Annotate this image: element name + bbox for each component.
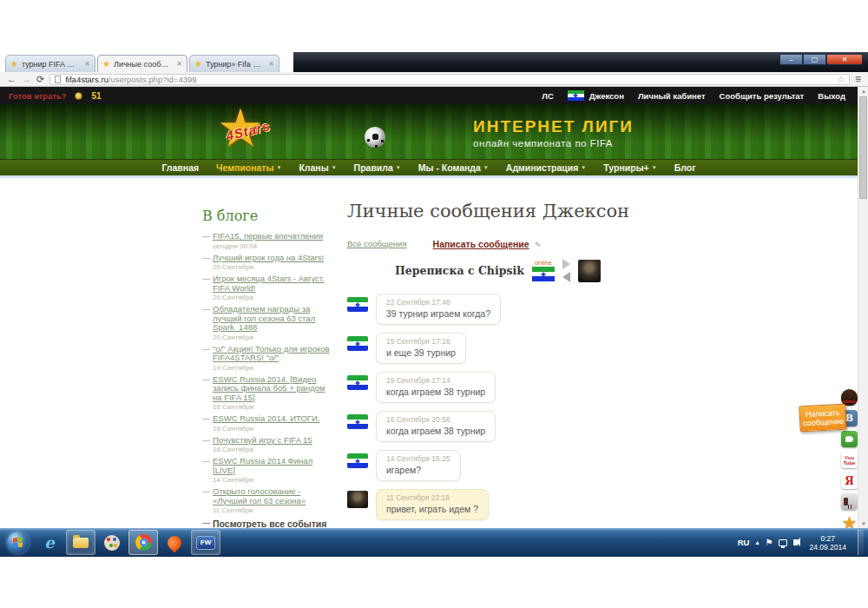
write-message-tooltip[interactable]: Написать сообщение [799, 404, 846, 433]
blog-post-date: 16 Сентября [213, 425, 331, 433]
message-date: 16 Сентября 20:56 [386, 415, 485, 424]
twitter-icon[interactable] [841, 431, 858, 447]
taskbar-ie-icon[interactable]: e [35, 530, 64, 555]
nav-item-label: Турниры+ [603, 162, 648, 173]
blog-post-link[interactable]: Почувствуй игру с FIFA 15 [213, 436, 331, 446]
browser-tab[interactable]: ★ турнир FIFA World Cup-l ✕ [5, 55, 95, 72]
topbar-link-label: Личный кабинет [638, 91, 706, 101]
taskbar-chrome-icon[interactable] [128, 530, 158, 555]
vertical-scrollbar[interactable]: ▲ ▼ [858, 87, 868, 528]
tab-close-icon[interactable]: ✕ [176, 60, 182, 68]
star-bookmark-icon[interactable]: ★ [841, 514, 858, 528]
chevron-down-icon: ▼ [332, 165, 337, 170]
dash-bullet: — [202, 254, 210, 262]
write-message-link[interactable]: Написать сообщение [433, 239, 529, 249]
boot-icon[interactable] [841, 493, 858, 510]
next-arrow-icon[interactable] [562, 259, 570, 269]
nav-item[interactable]: Турниры+ ▼ [603, 162, 656, 173]
blog-post-date: сегодня 00:04 [213, 242, 331, 250]
blog-post-link[interactable]: ESWC Russia 2014. [Видео запись финала б… [213, 375, 331, 403]
view-all-events-link[interactable]: —Посмотреть все события [202, 519, 331, 528]
back-button[interactable]: ← [7, 75, 16, 84]
nav-item-label: Кланы [299, 162, 328, 173]
topbar-link[interactable]: Сообщить результат [720, 91, 805, 101]
taskbar-paint-icon[interactable] [97, 530, 127, 555]
blog-post-link[interactable]: Лучший игрок года на 4Stars! [213, 254, 331, 263]
minimize-button[interactable]: – [779, 54, 803, 65]
message-bubble[interactable]: 19 Сентября 17:14 когда играем 38 турнир [376, 372, 496, 403]
taskbar-explorer-icon[interactable] [66, 530, 95, 555]
nav-item[interactable]: Мы - Команда ▼ [418, 162, 489, 173]
blog-post-link[interactable]: ESWC Russia 2014 Финал [LIVE] [213, 457, 331, 475]
site-header-banner: ★ 4Stars ИНТЕРНЕТ ЛИГИ онлайн чемпионата… [0, 104, 858, 159]
message-bubble[interactable]: 14 Сентября 15:25 игарем? [376, 450, 461, 481]
nav-item[interactable]: Кланы ▼ [299, 162, 336, 173]
dash-bullet: — [202, 375, 210, 384]
action-center-flag-icon[interactable]: ⚑ [765, 538, 773, 547]
system-tray: RU ▴ ⚑ 0:27 24.09.2014 [738, 530, 866, 555]
scroll-down-icon[interactable]: ▼ [858, 519, 868, 528]
youtube-icon[interactable]: YouTube [841, 452, 858, 468]
nav-item[interactable]: Блог [674, 162, 696, 173]
url-box[interactable]: fifa4stars.ru/userposts.php?id=4399 ☆ [49, 74, 850, 85]
blog-post-link[interactable]: Открыто голосование - «Лучший гол 63 сез… [213, 487, 331, 506]
prev-arrow-icon[interactable] [562, 272, 570, 282]
blog-post-link[interactable]: Обладателем награды за лучший гол сезона… [213, 305, 331, 333]
maximize-button[interactable]: ▢ [803, 54, 826, 65]
blog-post-item: — ESWC Russia 2014. ИТОГИ. 16 Сентября [202, 414, 331, 433]
blog-post-date: 20 Сентября [213, 294, 331, 301]
nav-item[interactable]: Администрация ▼ [506, 162, 587, 173]
url-path: /userposts.php?id=4399 [108, 75, 197, 84]
blog-post-date: 16 Сентября [213, 403, 331, 411]
show-desktop-button[interactable] [858, 530, 864, 555]
reload-button[interactable]: ⟳ [36, 75, 44, 84]
browser-menu-icon[interactable]: ≡ [855, 75, 861, 83]
clock-date: 24.09.2014 [809, 543, 846, 552]
taskbar-origin-icon[interactable] [160, 530, 189, 555]
blog-post-list: — FIFA15, первые впечатления сегодня 00:… [202, 232, 331, 514]
tab-close-icon[interactable]: ✕ [84, 60, 90, 68]
topbar-link[interactable]: Джексон [568, 90, 624, 101]
pencil-icon: ✎ [535, 241, 542, 249]
nav-item[interactable]: Правила ▼ [354, 162, 401, 173]
conversation-nav-arrows [562, 259, 570, 282]
topbar-link[interactable]: Выход [818, 91, 845, 101]
blog-post-link[interactable]: ESWC Russia 2014. ИТОГИ. [213, 414, 331, 424]
coin-count: 51 [91, 91, 101, 101]
site-logo[interactable]: ★ 4Stars [217, 102, 278, 160]
topbar-link[interactable]: ЛС [542, 91, 554, 101]
bookmark-star-icon[interactable]: ☆ [837, 75, 845, 84]
blog-post-link[interactable]: "o/" Акция! Только для игроков FIFA4STAR… [213, 345, 331, 363]
blog-post-link[interactable]: FIFA15, первые впечатления [213, 232, 331, 241]
taskbar-fw-icon[interactable]: FW [191, 530, 220, 555]
browser-tab[interactable]: ★ Турнир» Fifa World Cup ✕ [189, 55, 279, 72]
message-bubble[interactable]: 11 Сентября 22:18 привет, играть идем ? [376, 489, 489, 520]
scrollbar-thumb[interactable] [859, 96, 867, 199]
volume-icon[interactable] [793, 539, 798, 545]
close-button[interactable]: ✕ [826, 54, 863, 65]
topbar-link[interactable]: Личный кабинет [638, 91, 706, 101]
taskbar-clock[interactable]: 0:27 24.09.2014 [804, 534, 852, 552]
start-button[interactable] [7, 532, 29, 553]
nav-item[interactable]: Главная [161, 162, 199, 173]
yandex-icon[interactable]: Я [841, 473, 858, 489]
message-bubble[interactable]: 16 Сентября 20:56 когда играем 38 турнир [376, 411, 496, 442]
blog-post-item: — ESWC Russia 2014 Финал [LIVE] 14 Сентя… [202, 457, 331, 484]
network-icon[interactable] [779, 539, 787, 546]
tab-close-icon[interactable]: ✕ [268, 60, 274, 68]
partner-avatar[interactable] [578, 260, 601, 282]
nav-item[interactable]: Чемпионаты ▼ [216, 162, 281, 173]
language-indicator[interactable]: RU [738, 538, 750, 547]
scroll-up-icon[interactable]: ▲ [858, 87, 868, 96]
tab-favicon-star-icon: ★ [10, 60, 18, 69]
show-hidden-icons[interactable]: ▴ [755, 539, 759, 546]
blog-post-link[interactable]: Игрок месяца 4Stars - Август. FIFA World… [213, 274, 331, 293]
message-bubble[interactable]: 19 Сентября 17:16 и еще 39 турнир [376, 333, 466, 364]
all-messages-link[interactable]: Все сообщения [347, 239, 407, 248]
url-text[interactable]: fifa4stars.ru/userposts.php?id=4399 [65, 75, 196, 84]
ready-to-play-label[interactable]: Готов играть? [9, 91, 66, 101]
dash-bullet: — [202, 436, 210, 445]
browser-tab[interactable]: ★ Личные сообщения Дж ✕ [97, 55, 187, 72]
message-text: 39 турнир играем когда? [386, 308, 490, 319]
message-bubble[interactable]: 22 Сентября 17:48 39 турнир играем когда… [376, 294, 501, 325]
